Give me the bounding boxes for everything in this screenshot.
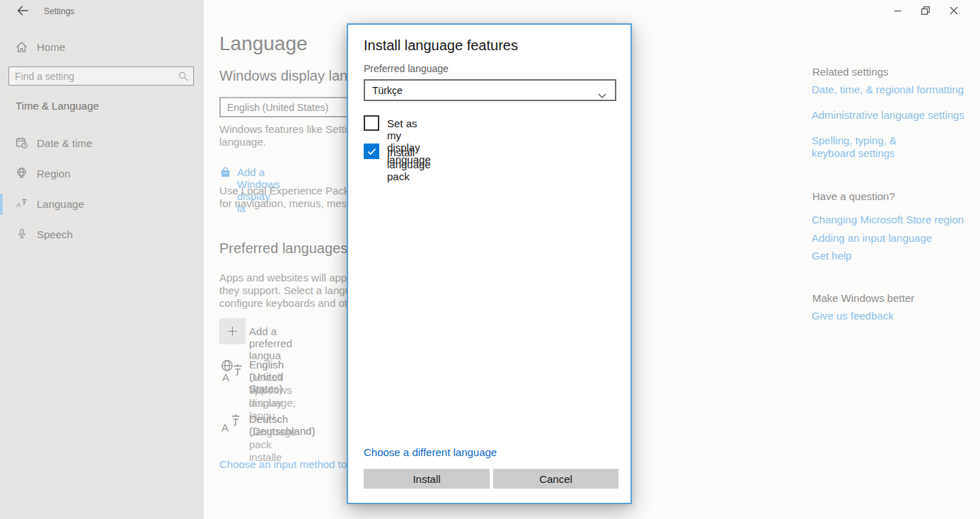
app-title: Settings [44, 6, 74, 16]
link-store-region[interactable]: Changing Microsoft Store region [812, 214, 964, 226]
window-controls [885, 1, 966, 20]
related-settings-heading: Related settings [812, 66, 889, 78]
display-language-heading: Windows display langu [219, 68, 363, 84]
restore-button[interactable] [913, 1, 938, 20]
sidebar-item-date-time[interactable]: Date & time [0, 133, 204, 154]
selected-accent-bar [0, 194, 3, 215]
search-icon[interactable] [178, 71, 188, 84]
search-box [8, 66, 194, 86]
dialog-language-select[interactable]: Türkçe [364, 79, 616, 101]
lxp-desc-line1: Use Local Experience Packs to [219, 185, 367, 197]
sidebar-section-label: Time & Language [16, 100, 99, 112]
language-pack-checkbox[interactable] [364, 144, 379, 159]
search-input[interactable] [9, 67, 193, 85]
display-language-select-value: English (United States) [227, 102, 328, 113]
preferred-desc-line1: Apps and websites will appear [219, 272, 362, 284]
page-title: Language [219, 33, 308, 55]
install-button[interactable]: Install [364, 469, 490, 489]
link-get-help[interactable]: Get help [812, 250, 852, 262]
microphone-icon [16, 228, 28, 243]
restore-icon [921, 6, 930, 15]
preferred-language-label: Preferred language [364, 63, 449, 74]
preferred-languages-heading: Preferred languages [219, 240, 347, 257]
have-a-question-heading: Have a question? [812, 190, 895, 202]
language-icon: A [16, 197, 28, 212]
svg-text:A: A [221, 421, 229, 433]
display-language-desc-line2: language. [219, 136, 266, 148]
minimize-icon [894, 7, 901, 15]
svg-text:A: A [222, 371, 229, 383]
back-arrow-icon[interactable] [17, 5, 29, 19]
sidebar-item-home[interactable]: Home [0, 37, 204, 58]
chevron-down-icon [598, 88, 606, 101]
choose-different-language-link[interactable]: Choose a different language [364, 446, 497, 458]
sidebar-item-language-label: Language [37, 198, 84, 210]
settings-window: Settings Home Time & Language Date & tim… [0, 0, 980, 519]
display-language-desc-line1: Windows features like Settings [219, 123, 364, 136]
language-glyph-globe-icon: A [219, 358, 245, 387]
preferred-desc-line3: configure keyboards and othe [219, 297, 359, 310]
dialog-title: Install language features [364, 37, 518, 54]
sidebar-item-home-label: Home [37, 41, 65, 53]
svg-text:A: A [16, 201, 21, 209]
install-language-features-dialog: Install language features Preferred lang… [347, 23, 632, 504]
lxp-desc-line2: for navigation, menus, messag [219, 197, 364, 210]
link-regional-formatting[interactable]: Date, time, & regional formatting [812, 83, 964, 96]
cancel-button[interactable]: Cancel [493, 469, 618, 489]
calendar-clock-icon [16, 136, 28, 151]
input-method-link[interactable]: Choose an input method to al [219, 458, 358, 470]
sidebar-item-region[interactable]: Region [0, 163, 204, 185]
sidebar-item-speech-label: Speech [37, 228, 73, 240]
preferred-desc-line2: they support. Select a languag [219, 284, 363, 297]
globe-icon [16, 167, 28, 182]
sidebar-item-region-label: Region [37, 168, 71, 180]
close-button[interactable] [942, 1, 966, 20]
make-windows-better-heading: Make Windows better [812, 292, 914, 304]
link-adding-input-language[interactable]: Adding an input language [812, 232, 932, 245]
minimize-button[interactable] [885, 1, 909, 20]
sidebar: Settings Home Time & Language Date & tim… [0, 0, 204, 519]
link-administrative-language[interactable]: Administrative language settings [812, 109, 964, 122]
plus-icon [219, 318, 246, 344]
home-icon [16, 41, 28, 56]
display-language-checkbox[interactable] [364, 115, 379, 131]
checkmark-icon [367, 148, 376, 156]
language-glyph-icon: A [221, 412, 243, 437]
sidebar-item-speech[interactable]: Speech [0, 224, 204, 245]
link-give-feedback[interactable]: Give us feedback [812, 310, 894, 322]
add-preferred-language-label: Add a preferred langua [249, 325, 292, 361]
sidebar-item-language[interactable]: A Language [0, 194, 204, 215]
dialog-language-select-value: Türkçe [372, 85, 403, 96]
close-icon [950, 6, 958, 15]
link-spelling-typing[interactable]: Spelling, typing, & keyboard settings [812, 134, 938, 160]
store-icon [219, 166, 231, 181]
sidebar-item-date-time-label: Date & time [37, 137, 92, 149]
language-pack-checkbox-label: Install language pack [387, 146, 431, 182]
